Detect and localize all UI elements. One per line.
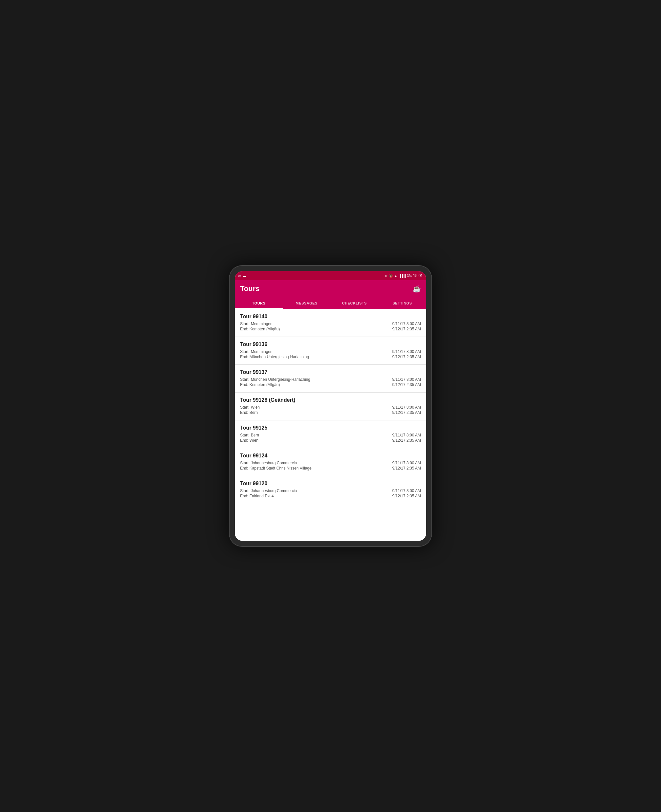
tour-start-date: 9/11/17 8:00 AM	[393, 405, 421, 409]
tour-name: Tour 99120	[240, 481, 421, 487]
tour-start-row: Start: Johannesburg Commercia 9/11/17 8:…	[240, 461, 421, 465]
tour-end-date: 9/12/17 2:35 AM	[393, 466, 421, 471]
tour-end-location: Wien	[250, 438, 393, 443]
tour-end-location: Bern	[250, 410, 393, 415]
tour-start-location: Johannesburg Commercia	[251, 489, 393, 493]
status-bar: ▭ ▬ ⊕ 🔇 ▲ ▐▐▐ 3% 15:01	[235, 271, 426, 280]
tour-end-row: End: Kempten (Allgäu) 9/12/17 2:35 AM	[240, 382, 421, 387]
tour-end-label: End:	[240, 438, 248, 443]
tour-end-date: 9/12/17 2:35 AM	[393, 382, 421, 387]
tour-name: Tour 99140	[240, 314, 421, 320]
tour-end-label: End:	[240, 327, 248, 331]
mute-icon: 🔇	[389, 274, 393, 278]
tour-name: Tour 99124	[240, 453, 421, 459]
tour-start-row: Start: Memmingen 9/11/17 8:00 AM	[240, 322, 421, 326]
signal-icon: ▐▐▐	[399, 274, 406, 278]
tour-start-location: Bern	[251, 433, 393, 438]
tour-start-label: Start:	[240, 349, 250, 354]
tour-end-location: Fairland Ext 4	[250, 494, 393, 498]
tour-end-date: 9/12/17 2:35 AM	[393, 410, 421, 415]
tabs-bar: TOURS MESSAGES CHECKLISTS SETTINGS	[235, 297, 426, 309]
tour-end-date: 9/12/17 2:35 AM	[393, 438, 421, 443]
tour-item[interactable]: Tour 99125 Start: Bern 9/11/17 8:00 AM E…	[235, 420, 426, 448]
tour-item[interactable]: Tour 99140 Start: Memmingen 9/11/17 8:00…	[235, 309, 426, 337]
tour-end-label: End:	[240, 466, 248, 471]
tour-start-row: Start: Bern 9/11/17 8:00 AM	[240, 433, 421, 438]
tour-end-date: 9/12/17 2:35 AM	[393, 327, 421, 331]
tour-end-label: End:	[240, 494, 248, 498]
tour-end-row: End: Fairland Ext 4 9/12/17 2:35 AM	[240, 494, 421, 498]
tour-start-location: Wien	[251, 405, 393, 409]
tour-end-label: End:	[240, 410, 248, 415]
tour-start-date: 9/11/17 8:00 AM	[393, 489, 421, 493]
tour-end-date: 9/12/17 2:35 AM	[393, 355, 421, 359]
tour-end-label: End:	[240, 355, 248, 359]
tour-start-row: Start: Wien 9/11/17 8:00 AM	[240, 405, 421, 409]
tour-start-label: Start:	[240, 489, 250, 493]
tour-end-row: End: Bern 9/12/17 2:35 AM	[240, 410, 421, 415]
tour-end-location: Kempten (Allgäu)	[250, 327, 393, 331]
tour-start-location: Memmingen	[251, 349, 393, 354]
tour-start-date: 9/11/17 8:00 AM	[393, 322, 421, 326]
wifi-icon: ▲	[394, 274, 397, 278]
tour-start-date: 9/11/17 8:00 AM	[393, 461, 421, 465]
tour-name: Tour 99137	[240, 369, 421, 375]
tour-end-label: End:	[240, 382, 248, 387]
phone-icon: ▭	[238, 274, 241, 278]
tour-end-location: Kapstadt Stadt Chris Nissen Village	[250, 466, 393, 471]
tour-name: Tour 99136	[240, 341, 421, 347]
tour-start-row: Start: Memmingen 9/11/17 8:00 AM	[240, 349, 421, 354]
tour-start-label: Start:	[240, 377, 250, 382]
tour-end-row: End: Kapstadt Stadt Chris Nissen Village…	[240, 466, 421, 471]
tour-start-date: 9/11/17 8:00 AM	[393, 433, 421, 438]
device-screen: ▭ ▬ ⊕ 🔇 ▲ ▐▐▐ 3% 15:01 Tours ☕ TOURS MES…	[235, 271, 426, 541]
battery-text: 3%	[407, 274, 412, 278]
status-bar-right: ⊕ 🔇 ▲ ▐▐▐ 3% 15:01	[385, 274, 423, 278]
tour-item[interactable]: Tour 99128 (Geändert) Start: Wien 9/11/1…	[235, 393, 426, 420]
tour-start-date: 9/11/17 8:00 AM	[393, 377, 421, 382]
tour-item[interactable]: Tour 99136 Start: Memmingen 9/11/17 8:00…	[235, 337, 426, 365]
tour-name: Tour 99128 (Geändert)	[240, 397, 421, 403]
coffee-icon[interactable]: ☕	[413, 285, 421, 293]
location-icon: ⊕	[385, 274, 388, 278]
tour-start-label: Start:	[240, 322, 250, 326]
status-time: 15:01	[413, 274, 423, 278]
tour-end-location: München Untergiesing-Harlaching	[250, 355, 393, 359]
tour-item[interactable]: Tour 99124 Start: Johannesburg Commercia…	[235, 448, 426, 476]
tab-messages[interactable]: MESSAGES	[283, 297, 330, 309]
tour-list: Tour 99140 Start: Memmingen 9/11/17 8:00…	[235, 309, 426, 541]
app-bar: Tours ☕	[235, 280, 426, 297]
tour-item[interactable]: Tour 99120 Start: Johannesburg Commercia…	[235, 476, 426, 503]
device-frame: ▭ ▬ ⊕ 🔇 ▲ ▐▐▐ 3% 15:01 Tours ☕ TOURS MES…	[229, 265, 432, 547]
tour-start-location: München Untergiesing-Harlaching	[251, 377, 393, 382]
tour-start-location: Johannesburg Commercia	[251, 461, 393, 465]
tour-start-location: Memmingen	[251, 322, 393, 326]
tour-name: Tour 99125	[240, 425, 421, 431]
tour-item[interactable]: Tour 99137 Start: München Untergiesing-H…	[235, 365, 426, 393]
tour-start-date: 9/11/17 8:00 AM	[393, 349, 421, 354]
tab-checklists[interactable]: CHECKLISTS	[330, 297, 378, 309]
tour-end-row: End: Wien 9/12/17 2:35 AM	[240, 438, 421, 443]
app-title: Tours	[240, 285, 259, 293]
tour-start-row: Start: Johannesburg Commercia 9/11/17 8:…	[240, 489, 421, 493]
tab-tours[interactable]: TOURS	[235, 297, 283, 309]
tour-start-label: Start:	[240, 433, 250, 438]
tour-end-row: End: München Untergiesing-Harlaching 9/1…	[240, 355, 421, 359]
tour-start-label: Start:	[240, 461, 250, 465]
tour-start-label: Start:	[240, 405, 250, 409]
tour-end-row: End: Kempten (Allgäu) 9/12/17 2:35 AM	[240, 327, 421, 331]
tour-end-date: 9/12/17 2:35 AM	[393, 494, 421, 498]
tour-start-row: Start: München Untergiesing-Harlaching 9…	[240, 377, 421, 382]
image-icon: ▬	[243, 274, 246, 278]
tour-end-location: Kempten (Allgäu)	[250, 382, 393, 387]
status-bar-left: ▭ ▬	[238, 274, 246, 278]
tab-settings[interactable]: SETTINGS	[378, 297, 426, 309]
